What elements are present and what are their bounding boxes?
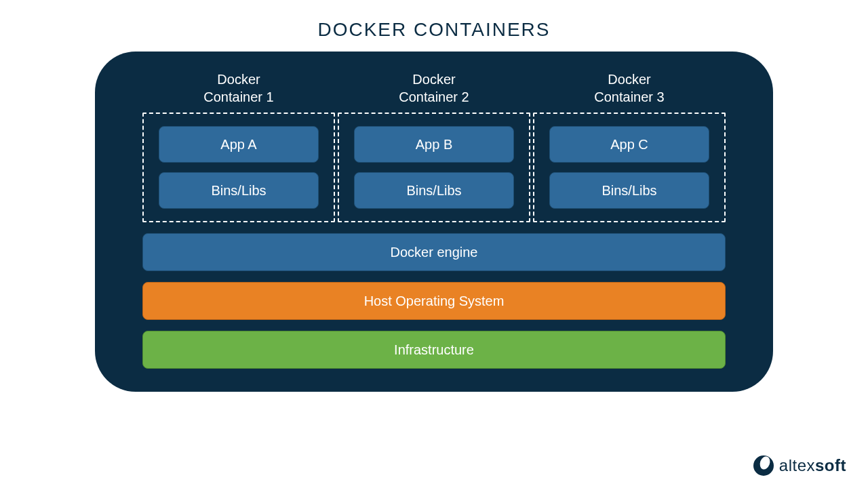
diagram-panel: Docker Container 1 App A Bins/Libs Docke… xyxy=(95,52,773,392)
layer-docker-engine: Docker engine xyxy=(142,233,726,271)
brand-logo-icon xyxy=(753,455,774,476)
container-2: Docker Container 2 App B Bins/Libs xyxy=(338,70,530,222)
brand-logo: altexsoft xyxy=(753,455,846,476)
layer-infrastructure: Infrastructure xyxy=(142,331,726,369)
container-1-label: Docker Container 1 xyxy=(203,70,273,106)
container-1-box: App A Bins/Libs xyxy=(142,113,335,222)
containers-row: Docker Container 1 App A Bins/Libs Docke… xyxy=(142,70,726,222)
container-2-label: Docker Container 2 xyxy=(399,70,469,106)
container-2-libs: Bins/Libs xyxy=(354,172,514,209)
diagram-title: DOCKER CONTAINERS xyxy=(0,0,868,52)
container-3-label: Docker Container 3 xyxy=(594,70,664,106)
container-1-libs: Bins/Libs xyxy=(159,172,319,209)
container-3-box: App C Bins/Libs xyxy=(533,113,726,222)
container-3-libs: Bins/Libs xyxy=(549,172,709,209)
layer-host-os: Host Operating System xyxy=(142,282,726,320)
brand-logo-text: altexsoft xyxy=(779,456,846,475)
container-2-box: App B Bins/Libs xyxy=(338,113,530,222)
container-3-app: App C xyxy=(549,126,709,163)
container-3: Docker Container 3 App C Bins/Libs xyxy=(533,70,726,222)
container-1-app: App A xyxy=(159,126,319,163)
container-2-app: App B xyxy=(354,126,514,163)
container-1: Docker Container 1 App A Bins/Libs xyxy=(142,70,335,222)
brand-part2: soft xyxy=(815,456,846,474)
brand-part1: altex xyxy=(779,456,815,474)
